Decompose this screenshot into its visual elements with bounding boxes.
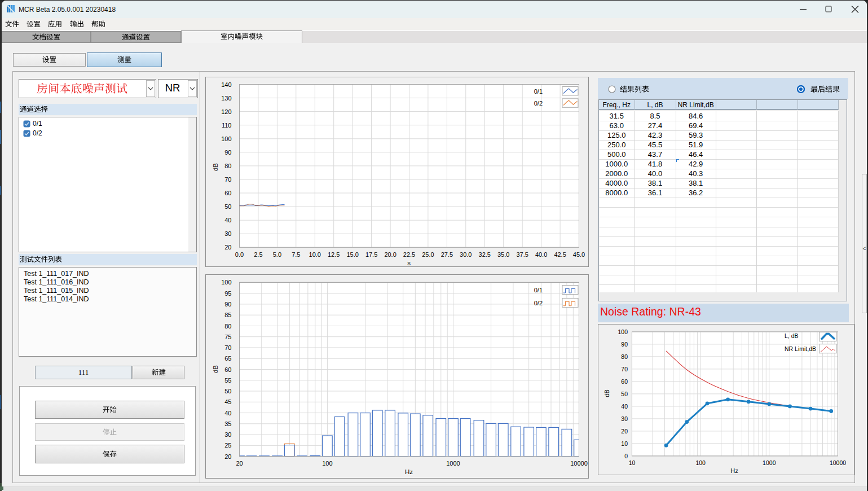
svg-text:55: 55	[224, 377, 231, 384]
svg-text:90: 90	[224, 301, 231, 308]
svg-text:42.5: 42.5	[554, 251, 566, 258]
svg-text:10: 10	[629, 459, 636, 466]
svg-text:30: 30	[224, 230, 231, 237]
svg-text:20: 20	[224, 244, 231, 251]
svg-text:0/1: 0/1	[534, 88, 543, 95]
svg-text:dB: dB	[603, 389, 610, 397]
svg-text:45.0: 45.0	[573, 251, 585, 258]
svg-text:100: 100	[695, 459, 706, 466]
svg-text:90: 90	[621, 340, 628, 347]
svg-text:17.5: 17.5	[365, 251, 377, 258]
svg-text:1000: 1000	[763, 459, 776, 466]
svg-text:65: 65	[224, 355, 231, 362]
svg-text:0.0: 0.0	[235, 251, 244, 258]
svg-text:10000: 10000	[830, 459, 846, 466]
svg-text:20: 20	[236, 460, 243, 467]
svg-text:32.5: 32.5	[479, 251, 491, 258]
svg-text:dB: dB	[212, 163, 219, 171]
svg-text:15.0: 15.0	[346, 251, 358, 258]
svg-text:30: 30	[224, 431, 231, 438]
svg-text:140: 140	[221, 81, 231, 88]
svg-text:s: s	[407, 260, 411, 266]
svg-text:80: 80	[224, 163, 231, 169]
svg-text:27.5: 27.5	[441, 251, 453, 258]
svg-text:10000: 10000	[570, 460, 588, 467]
svg-text:2.5: 2.5	[254, 251, 262, 258]
svg-text:10: 10	[621, 440, 628, 446]
svg-text:20.0: 20.0	[384, 251, 396, 258]
svg-text:50: 50	[224, 203, 231, 210]
svg-text:dB: dB	[212, 365, 219, 373]
svg-text:40: 40	[224, 410, 231, 417]
svg-text:70: 70	[621, 365, 628, 372]
svg-text:40: 40	[621, 402, 628, 409]
svg-text:45: 45	[224, 398, 231, 405]
svg-text:120: 120	[221, 108, 231, 115]
svg-text:0/2: 0/2	[534, 100, 543, 107]
svg-text:40.0: 40.0	[535, 251, 547, 258]
svg-text:20: 20	[621, 427, 628, 434]
svg-text:60: 60	[621, 378, 628, 384]
svg-text:100: 100	[322, 460, 332, 467]
svg-text:0: 0	[624, 452, 628, 459]
svg-text:80: 80	[224, 323, 231, 330]
svg-text:L, dB: L, dB	[785, 332, 799, 339]
svg-text:30.0: 30.0	[460, 251, 472, 258]
svg-text:100: 100	[618, 328, 628, 335]
svg-text:75: 75	[224, 334, 231, 340]
svg-text:50: 50	[224, 388, 231, 394]
svg-text:30: 30	[621, 415, 628, 422]
svg-text:85: 85	[224, 312, 231, 318]
svg-text:50: 50	[621, 390, 628, 397]
svg-text:25: 25	[224, 442, 231, 449]
svg-text:22.5: 22.5	[403, 251, 415, 258]
svg-text:0/1: 0/1	[534, 287, 543, 293]
svg-text:100: 100	[221, 135, 231, 142]
svg-text:12.5: 12.5	[328, 251, 340, 258]
svg-text:95: 95	[224, 290, 231, 297]
svg-text:70: 70	[224, 344, 231, 351]
svg-text:25.0: 25.0	[422, 251, 434, 258]
svg-text:Hz: Hz	[730, 467, 738, 474]
svg-text:35: 35	[224, 420, 231, 427]
svg-text:5.0: 5.0	[273, 251, 281, 258]
svg-text:40: 40	[224, 217, 231, 223]
svg-text:7.5: 7.5	[292, 251, 300, 258]
svg-text:0/2: 0/2	[534, 300, 543, 306]
svg-text:60: 60	[224, 190, 231, 196]
svg-text:100: 100	[221, 279, 231, 286]
svg-text:130: 130	[221, 95, 231, 102]
svg-text:90: 90	[224, 149, 231, 156]
svg-text:Hz: Hz	[405, 468, 413, 475]
svg-text:37.5: 37.5	[516, 251, 528, 258]
svg-text:70: 70	[224, 176, 231, 183]
svg-text:60: 60	[224, 366, 231, 373]
svg-text:10.0: 10.0	[309, 251, 321, 258]
svg-text:35.0: 35.0	[497, 251, 509, 258]
svg-text:NR Limit,dB: NR Limit,dB	[785, 345, 816, 352]
svg-text:80: 80	[621, 353, 628, 360]
svg-text:110: 110	[222, 122, 232, 129]
svg-text:1000: 1000	[446, 460, 460, 467]
svg-text:20: 20	[224, 453, 231, 460]
